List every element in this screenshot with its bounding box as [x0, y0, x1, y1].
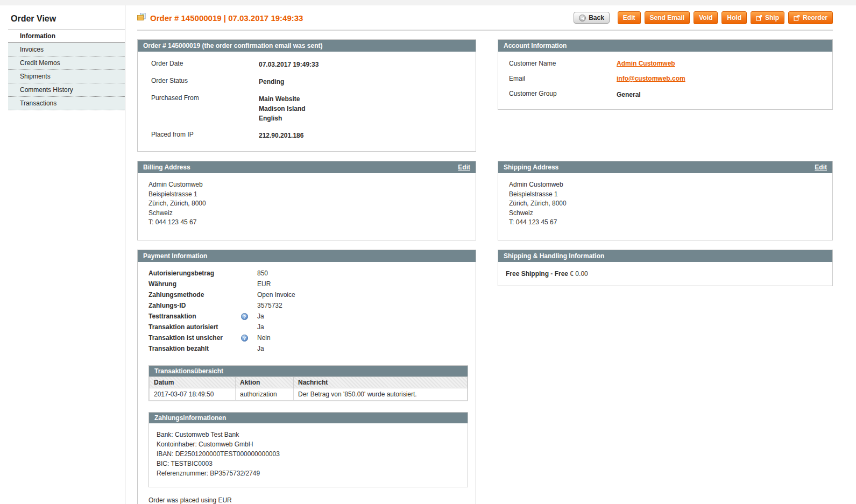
sidebar-item-information[interactable]: Information	[8, 30, 125, 43]
toolbar: ◄ Back Edit Send Email Void Hold Ship Re…	[574, 11, 833, 24]
customer-name-link[interactable]: Admin Customweb	[617, 60, 675, 67]
order-icon	[137, 13, 146, 23]
content-row-1: Order # 145000019 (the order confirmatio…	[137, 39, 833, 152]
column-aktion: Aktion	[236, 377, 294, 388]
transaction-paid-row: Transaktion bezahlt Ja	[148, 345, 468, 352]
popup-window-icon	[794, 15, 800, 21]
send-email-button[interactable]: Send Email	[645, 11, 690, 24]
shipping-address-panel: Shipping Address Edit Admin Customweb Be…	[498, 161, 833, 240]
customer-group-row: Customer Group General	[509, 90, 827, 100]
purchased-from-row: Purchased From Main Website Madison Isla…	[151, 94, 470, 123]
billing-address-edit-link[interactable]: Edit	[458, 164, 470, 171]
order-information-header: Order # 145000019 (the order confirmatio…	[138, 40, 476, 52]
sidebar-item-credit-memos[interactable]: Credit Memos	[8, 56, 125, 70]
payment-information-header: Payment Information	[138, 250, 476, 262]
billing-address-name: Admin Customweb	[148, 180, 470, 190]
shipping-address-title: Shipping Address	[504, 164, 558, 171]
billing-address-city: Zürich, Zürich, 8000	[148, 199, 470, 209]
order-date-row: Order Date 07.03.2017 19:49:33	[151, 60, 470, 69]
transaction-overview-panel: Transaktionsübersicht Datum Aktion Nachr…	[148, 365, 468, 401]
customer-email-row: Email info@customweb.com	[509, 75, 827, 82]
customer-email-label: Email	[509, 75, 617, 82]
sidebar: Order View Information Invoices Credit M…	[0, 5, 125, 504]
sidebar-title: Order View	[8, 13, 125, 30]
transaction-uncertain-row: Transaktion ist unsicher ? Nein	[148, 334, 468, 342]
payment-method-row: Zahlungsmethode Open Invoice	[148, 291, 468, 299]
billing-address-street: Beispielstrasse 1	[148, 190, 470, 200]
bank-line: Bank: Customweb Test Bank	[157, 430, 460, 439]
page-title: Order # 145000019 | 07.03.2017 19:49:33	[137, 13, 303, 23]
shipping-address-city: Zürich, Zürich, 8000	[509, 199, 827, 209]
billing-address-phone: T: 044 123 45 67	[148, 218, 470, 228]
main-content: Order # 145000019 | 07.03.2017 19:49:33 …	[125, 5, 856, 504]
shipping-address-street: Beispielstrasse 1	[509, 190, 827, 200]
back-button[interactable]: ◄ Back	[574, 12, 610, 24]
authorized-amount-label: Autorisierungsbetrag	[148, 269, 241, 277]
customer-email-link[interactable]: info@customweb.com	[617, 75, 685, 82]
sidebar-tabs: Information Invoices Credit Memos Shipme…	[8, 30, 125, 110]
transaction-uncertain-label: Transaktion ist unsicher	[148, 334, 241, 342]
sidebar-item-comments-history[interactable]: Comments History	[8, 83, 125, 97]
test-transaction-value: Ja	[257, 313, 264, 320]
reorder-button[interactable]: Reorder	[788, 11, 833, 24]
transaction-table-row: 2017-03-07 18:49:50 authorization Der Be…	[150, 388, 468, 400]
help-icon[interactable]: ?	[241, 335, 248, 342]
order-view-page: Order View Information Invoices Credit M…	[0, 5, 856, 504]
order-information-body: Order Date 07.03.2017 19:49:33 Order Sta…	[138, 52, 476, 151]
order-status-row: Order Status Pending	[151, 77, 470, 87]
order-status-label: Order Status	[151, 77, 259, 84]
edit-button[interactable]: Edit	[618, 11, 641, 24]
payment-method-value: Open Invoice	[257, 291, 295, 299]
currency-label: Währung	[148, 280, 241, 288]
transaction-table: Datum Aktion Nachricht 2017-03-07 18:49:…	[149, 377, 468, 401]
order-date-value: 07.03.2017 19:49:33	[259, 60, 319, 69]
currency-value: EUR	[257, 280, 271, 288]
help-icon[interactable]: ?	[241, 313, 248, 320]
authorized-amount-row: Autorisierungsbetrag 850	[148, 269, 468, 277]
back-arrow-icon: ◄	[579, 15, 586, 22]
transaction-paid-label: Transaktion bezahlt	[148, 345, 241, 352]
account-information-panel: Account Information Customer Name Admin …	[498, 39, 833, 110]
payment-method-label: Zahlungsmethode	[148, 291, 241, 299]
shipping-address-body: Admin Customweb Beispielstrasse 1 Zürich…	[498, 173, 832, 240]
placed-from-ip-value: 212.90.201.186	[259, 131, 303, 140]
content-row-2: Billing Address Edit Admin Customweb Bei…	[137, 161, 833, 240]
order-status-value: Pending	[259, 77, 284, 87]
account-holder-line: Kontoinhaber: Customweb GmbH	[157, 439, 460, 449]
transaction-overview-header: Transaktionsübersicht	[149, 366, 468, 377]
title-row: Order # 145000019 | 07.03.2017 19:49:33 …	[137, 11, 833, 24]
hold-button[interactable]: Hold	[721, 11, 747, 24]
transaction-aktion: authorization	[236, 388, 294, 400]
customer-name-row: Customer Name Admin Customweb	[509, 60, 827, 67]
purchased-from-label: Purchased From	[151, 94, 259, 102]
order-information-panel: Order # 145000019 (the order confirmatio…	[137, 39, 476, 152]
page-title-text: Order # 145000019 | 07.03.2017 19:49:33	[150, 13, 303, 23]
order-date-label: Order Date	[151, 60, 259, 67]
payment-details-body: Bank: Customweb Test Bank Kontoinhaber: …	[149, 423, 468, 487]
shipping-address-country: Schweiz	[509, 209, 827, 218]
shipping-amount: € 0.00	[570, 270, 588, 278]
billing-address-panel: Billing Address Edit Admin Customweb Bei…	[137, 161, 476, 240]
payment-id-value: 3575732	[257, 302, 282, 309]
shipping-address-name: Admin Customweb	[509, 180, 827, 190]
transaction-table-header-row: Datum Aktion Nachricht	[150, 377, 468, 388]
column-datum: Datum	[150, 377, 236, 388]
account-information-body: Customer Name Admin Customweb Email info…	[498, 52, 832, 109]
sidebar-item-shipments[interactable]: Shipments	[8, 70, 125, 83]
void-button[interactable]: Void	[694, 11, 718, 24]
sidebar-item-transactions[interactable]: Transactions	[8, 97, 125, 110]
payment-details-header: Zahlungsinformationen	[149, 413, 468, 423]
test-transaction-label: Testtransaktion	[148, 313, 241, 320]
purchased-from-website: Main Website	[259, 94, 306, 104]
title-divider	[137, 30, 833, 31]
popup-window-icon	[756, 15, 762, 21]
account-information-header: Account Information	[498, 40, 832, 52]
sidebar-item-invoices[interactable]: Invoices	[8, 43, 125, 56]
ship-button[interactable]: Ship	[751, 11, 784, 24]
transaction-authorized-value: Ja	[257, 323, 264, 331]
shipping-address-edit-link[interactable]: Edit	[815, 164, 827, 171]
customer-group-value: General	[617, 90, 641, 100]
transaction-datum: 2017-03-07 18:49:50	[150, 388, 236, 400]
top-strip	[0, 0, 856, 5]
bic-line: BIC: TESTBIC0003	[157, 459, 460, 468]
